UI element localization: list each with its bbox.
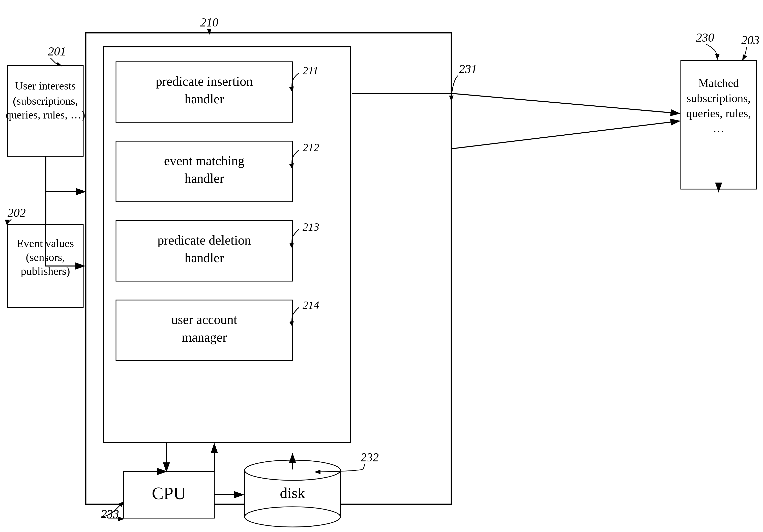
handler1-text2: handler (184, 92, 224, 106)
handler1-text: predicate insertion (156, 74, 253, 88)
handler2-text: event matching (164, 154, 244, 168)
event-values-line1: Event values (17, 237, 74, 250)
svg-rect-9 (124, 472, 214, 518)
label-202: 202 (8, 206, 26, 219)
matched-line2: subscriptions, (687, 92, 751, 105)
handler3-text2: handler (184, 251, 224, 265)
label-210: 210 (200, 16, 218, 29)
svg-rect-10 (245, 470, 340, 517)
svg-rect-2 (86, 33, 451, 504)
svg-rect-6 (116, 221, 292, 281)
matched-line4: … (713, 122, 724, 135)
svg-rect-15 (681, 60, 756, 189)
svg-point-12 (245, 507, 340, 527)
user-interests-line3: queries, rules, …) (6, 109, 85, 121)
label-203: 203 (741, 33, 759, 47)
svg-rect-13 (8, 65, 83, 156)
label-214: 214 (303, 299, 319, 311)
label-211: 211 (303, 64, 318, 77)
handler2-text2: handler (184, 171, 224, 185)
label-232: 232 (361, 451, 379, 464)
label-201: 201 (48, 45, 66, 58)
label-213: 213 (303, 221, 319, 233)
matched-line3: queries, rules, (686, 107, 751, 120)
svg-rect-7 (116, 300, 292, 361)
diagram: predicate insertion handler event matchi… (0, 0, 763, 532)
label-233: 233 (101, 507, 119, 521)
handler3-text: predicate deletion (157, 233, 251, 247)
svg-rect-5 (116, 141, 292, 202)
label-212: 212 (303, 142, 319, 154)
user-interests-line1: User interests (15, 80, 76, 92)
handler4-text2: manager (181, 330, 227, 344)
handler4-text: user account (171, 312, 237, 327)
user-interests-line2: (subscriptions, (13, 95, 78, 107)
event-values-line3: publishers) (21, 265, 70, 277)
cpu-label-text: CPU (152, 483, 186, 503)
svg-rect-14 (8, 224, 83, 308)
event-values-line2: (sensors, (26, 251, 65, 264)
svg-line-26 (450, 93, 680, 113)
matched-line1: Matched (699, 77, 739, 89)
diagram-svg: predicate insertion handler event matchi… (0, 0, 763, 532)
label-230: 230 (696, 31, 714, 44)
svg-point-11 (245, 460, 340, 480)
label-231: 231 (459, 62, 477, 76)
svg-rect-3 (103, 47, 351, 443)
svg-rect-4 (116, 62, 292, 122)
disk-label-text: disk (280, 484, 305, 501)
svg-line-24 (451, 121, 680, 149)
